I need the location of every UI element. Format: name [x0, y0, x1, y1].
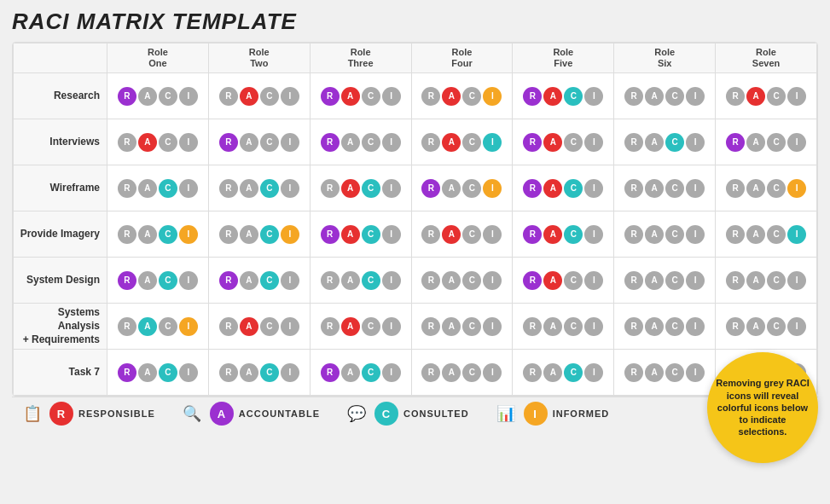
dot-c-4-3[interactable]: C: [462, 271, 481, 290]
dot-a-1-6[interactable]: A: [746, 133, 765, 152]
dot-c-3-4[interactable]: C: [564, 225, 583, 244]
dot-r-6-3[interactable]: R: [421, 363, 440, 382]
dot-i-1-0[interactable]: I: [179, 133, 198, 152]
dot-c-0-3[interactable]: C: [462, 87, 481, 106]
dot-i-4-4[interactable]: I: [584, 271, 603, 290]
dot-i-4-2[interactable]: I: [382, 271, 401, 290]
dot-r-2-5[interactable]: R: [624, 179, 643, 198]
dot-c-5-3[interactable]: C: [462, 317, 481, 336]
dot-r-2-2[interactable]: R: [321, 179, 340, 198]
dot-i-5-5[interactable]: I: [686, 317, 705, 336]
dot-a-5-1[interactable]: A: [240, 317, 258, 336]
dot-c-5-5[interactable]: C: [665, 317, 684, 336]
dot-r-6-2[interactable]: R: [321, 363, 340, 382]
dot-r-4-6[interactable]: R: [726, 271, 745, 290]
dot-r-3-2[interactable]: R: [321, 225, 340, 244]
dot-a-6-2[interactable]: A: [341, 363, 360, 382]
dot-c-3-0[interactable]: C: [159, 225, 177, 244]
dot-i-2-3[interactable]: I: [483, 179, 502, 198]
dot-a-0-2[interactable]: A: [341, 87, 360, 106]
dot-r-6-0[interactable]: R: [118, 363, 136, 382]
dot-r-4-0[interactable]: R: [118, 271, 136, 290]
dot-a-3-5[interactable]: A: [645, 225, 664, 244]
dot-c-5-6[interactable]: C: [767, 317, 786, 336]
dot-i-3-5[interactable]: I: [686, 225, 705, 244]
dot-c-0-5[interactable]: C: [665, 87, 684, 106]
dot-i-5-1[interactable]: I: [281, 317, 299, 336]
dot-a-1-3[interactable]: A: [442, 133, 461, 152]
dot-r-4-4[interactable]: R: [523, 271, 542, 290]
dot-i-2-4[interactable]: I: [584, 179, 603, 198]
dot-c-4-4[interactable]: C: [564, 271, 583, 290]
dot-r-1-1[interactable]: R: [219, 133, 238, 152]
dot-i-1-4[interactable]: I: [584, 133, 603, 152]
dot-a-4-4[interactable]: A: [543, 271, 562, 290]
dot-c-0-4[interactable]: C: [564, 87, 583, 106]
dot-r-5-6[interactable]: R: [726, 317, 745, 336]
dot-a-6-0[interactable]: A: [138, 363, 157, 382]
dot-c-3-5[interactable]: C: [665, 225, 684, 244]
dot-a-2-6[interactable]: A: [746, 179, 765, 198]
dot-a-1-4[interactable]: A: [543, 133, 562, 152]
dot-c-1-0[interactable]: C: [159, 133, 177, 152]
dot-r-0-0[interactable]: R: [118, 87, 136, 106]
dot-i-2-5[interactable]: I: [686, 179, 705, 198]
dot-c-4-5[interactable]: C: [665, 271, 684, 290]
dot-a-3-4[interactable]: A: [543, 225, 562, 244]
dot-r-5-1[interactable]: R: [219, 317, 238, 336]
dot-a-2-0[interactable]: A: [138, 179, 157, 198]
dot-r-5-4[interactable]: R: [523, 317, 542, 336]
dot-r-0-3[interactable]: R: [421, 87, 440, 106]
dot-a-3-2[interactable]: A: [341, 225, 360, 244]
dot-r-6-5[interactable]: R: [624, 363, 643, 382]
dot-i-1-3[interactable]: I: [483, 133, 502, 152]
dot-r-2-1[interactable]: R: [219, 179, 238, 198]
dot-c-1-4[interactable]: C: [564, 133, 583, 152]
dot-c-0-0[interactable]: C: [159, 87, 177, 106]
dot-r-3-0[interactable]: R: [118, 225, 136, 244]
dot-i-3-2[interactable]: I: [382, 225, 401, 244]
dot-i-0-0[interactable]: I: [179, 87, 198, 106]
dot-i-4-0[interactable]: I: [179, 271, 198, 290]
dot-i-3-1[interactable]: I: [281, 225, 299, 244]
dot-a-4-1[interactable]: A: [240, 271, 258, 290]
dot-i-1-5[interactable]: I: [686, 133, 705, 152]
dot-r-0-1[interactable]: R: [219, 87, 238, 106]
dot-c-2-0[interactable]: C: [159, 179, 177, 198]
dot-a-3-3[interactable]: A: [442, 225, 461, 244]
dot-r-6-4[interactable]: R: [523, 363, 542, 382]
dot-i-0-3[interactable]: I: [483, 87, 502, 106]
dot-i-5-0[interactable]: I: [179, 317, 198, 336]
dot-a-5-0[interactable]: A: [138, 317, 157, 336]
dot-a-0-3[interactable]: A: [442, 87, 461, 106]
dot-c-5-4[interactable]: C: [564, 317, 583, 336]
dot-i-6-2[interactable]: I: [382, 363, 401, 382]
dot-r-1-4[interactable]: R: [523, 133, 542, 152]
dot-i-1-2[interactable]: I: [382, 133, 401, 152]
dot-i-4-6[interactable]: I: [787, 271, 806, 290]
dot-r-3-3[interactable]: R: [421, 225, 440, 244]
dot-r-2-6[interactable]: R: [726, 179, 745, 198]
dot-a-5-3[interactable]: A: [442, 317, 461, 336]
dot-r-0-6[interactable]: R: [726, 87, 745, 106]
dot-a-6-3[interactable]: A: [442, 363, 461, 382]
dot-a-5-5[interactable]: A: [645, 317, 664, 336]
dot-i-6-5[interactable]: I: [686, 363, 705, 382]
dot-c-0-6[interactable]: C: [767, 87, 786, 106]
dot-a-5-4[interactable]: A: [543, 317, 562, 336]
dot-c-2-5[interactable]: C: [665, 179, 684, 198]
dot-c-5-2[interactable]: C: [362, 317, 380, 336]
dot-r-2-3[interactable]: R: [421, 179, 440, 198]
dot-i-2-2[interactable]: I: [382, 179, 401, 198]
dot-c-4-6[interactable]: C: [767, 271, 786, 290]
dot-a-4-2[interactable]: A: [341, 271, 360, 290]
dot-i-4-3[interactable]: I: [483, 271, 502, 290]
dot-c-5-0[interactable]: C: [159, 317, 177, 336]
dot-r-0-2[interactable]: R: [321, 87, 340, 106]
dot-c-6-3[interactable]: C: [462, 363, 481, 382]
dot-r-2-0[interactable]: R: [118, 179, 136, 198]
dot-c-3-3[interactable]: C: [462, 225, 481, 244]
dot-c-1-3[interactable]: C: [462, 133, 481, 152]
dot-c-0-1[interactable]: C: [260, 87, 279, 106]
dot-c-2-6[interactable]: C: [767, 179, 786, 198]
